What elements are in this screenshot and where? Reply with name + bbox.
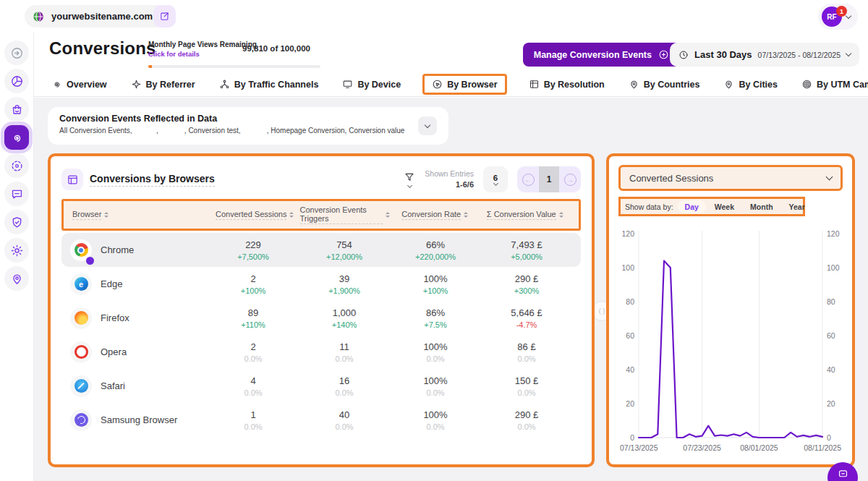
metric-value: 100%	[390, 273, 481, 284]
chevron-down-icon	[425, 122, 430, 127]
metric-delta: 0.0%	[390, 388, 481, 397]
period-week[interactable]: Week	[707, 200, 741, 213]
table-row-edge[interactable]: eEdge2+100%39+1,900%100%+100%290 £+300%	[61, 267, 581, 301]
traffic-icon	[219, 79, 230, 90]
period-month[interactable]: Month	[743, 200, 780, 213]
tab-by-browser[interactable]: By Browser	[422, 74, 506, 95]
metric-delta: 0.0%	[299, 354, 390, 363]
metric-delta: +140%	[299, 320, 390, 329]
metric-delta: 0.0%	[208, 422, 299, 431]
recordings-icon	[10, 159, 24, 173]
sidebar-item-shield[interactable]	[4, 210, 29, 234]
column-header[interactable]: Browser	[72, 210, 210, 220]
topbar: yourwebsitename.com RF 1	[0, 0, 868, 33]
svg-text:80: 80	[626, 297, 634, 306]
quota-details-link[interactable]: Click for details	[148, 50, 257, 58]
conversion-events-banner: Conversion Events Reflected in Data All …	[48, 107, 448, 145]
sidebar	[0, 33, 34, 481]
page-title: Conversions	[49, 38, 156, 59]
sidebar-item-feedback[interactable]	[4, 182, 29, 206]
tab-by-resolution[interactable]: By Resolution	[527, 74, 607, 95]
svg-text:40: 40	[626, 365, 634, 374]
account-menu[interactable]: RF 1	[818, 4, 858, 30]
table-row-firefox[interactable]: Firefox89+110%1,000+140%86%+7.5%5,646 £-…	[61, 301, 581, 335]
metric-value: 16	[299, 375, 390, 386]
metric-delta: +220,000%	[390, 252, 481, 261]
metric-delta: 0.0%	[208, 388, 299, 397]
sidebar-item-settings[interactable]	[4, 238, 29, 263]
tab-by-referrer[interactable]: By Referrer	[129, 74, 197, 95]
tab-by-utm-campaign[interactable]: By UTM Campaign	[799, 74, 868, 95]
report-tabs: OverviewBy ReferrerBy Traffic ChannelsBy…	[34, 72, 868, 97]
svg-text:08/01/2025: 08/01/2025	[740, 443, 778, 452]
edge-icon: e	[70, 273, 92, 295]
shown-entries-label: Shown Entries	[425, 169, 474, 179]
column-header[interactable]: Conversion Rate	[390, 210, 480, 220]
filter-button[interactable]	[404, 171, 415, 187]
column-header[interactable]: Conversion Events Triggers	[300, 205, 391, 224]
table-title: Conversions by Browsers	[90, 173, 215, 187]
svg-text:0: 0	[827, 433, 831, 442]
period-year[interactable]: Year	[782, 200, 812, 213]
metric-value: 229	[208, 239, 299, 250]
manage-button-label: Manage Conversion Events	[534, 50, 652, 60]
page-size-selector[interactable]: 6	[483, 166, 508, 192]
chrome-icon	[70, 239, 92, 261]
browser-name: Chrome	[101, 244, 134, 255]
sort-icon	[464, 212, 468, 218]
sidebar-item-conversions[interactable]	[4, 125, 29, 150]
metric-value: 150 £	[481, 375, 572, 386]
next-page-button[interactable]: →	[559, 166, 581, 192]
column-header[interactable]: Σ Conversion Value	[480, 210, 571, 220]
manage-conversion-events-button[interactable]: Manage Conversion Events	[523, 43, 680, 67]
tab-by-device[interactable]: By Device	[340, 74, 403, 95]
quota-label: Monthly Page Views Remaining	[148, 41, 257, 48]
metric-delta: +100%	[390, 286, 481, 295]
converted-sessions-chart: 00202040406060808010010012012007/13/2025…	[618, 221, 843, 464]
banner-expand-button[interactable]	[418, 116, 437, 135]
tab-by-traffic-channels[interactable]: By Traffic Channels	[217, 74, 321, 95]
table-row-opera[interactable]: Opera20.0%110.0%100%0.0%86 £0.0%	[61, 335, 581, 369]
browser-icon	[432, 79, 443, 90]
sort-icon	[559, 212, 563, 218]
sidebar-item-recordings[interactable]	[4, 153, 29, 178]
sidebar-item-orders[interactable]	[4, 97, 29, 122]
sidebar-item-location[interactable]	[4, 266, 29, 291]
table-row-safari[interactable]: Safari40.0%160.0%100%0.0%150 £0.0%	[61, 369, 581, 403]
metric-delta: +100%	[208, 286, 299, 295]
tab-label: By Referrer	[146, 80, 195, 90]
date-range-selector[interactable]: Last 30 Days 07/13/2025 - 08/12/2025	[670, 43, 859, 67]
svg-text:60: 60	[827, 331, 835, 340]
period-day[interactable]: Day	[678, 200, 706, 213]
browser-name: Samsung Browser	[101, 414, 177, 425]
samsung-browser-icon	[70, 409, 92, 431]
open-site-button[interactable]	[153, 5, 176, 27]
metric-delta: +7,500%	[208, 252, 299, 261]
table-row-samsung-browser[interactable]: Samsung Browser10.0%400.0%100%0.0%290 £0…	[61, 403, 581, 437]
metric-value: 86%	[390, 307, 481, 318]
metric-delta: 0.0%	[481, 388, 572, 397]
cities-icon	[723, 79, 734, 90]
metric-dropdown[interactable]: Converted Sessions	[618, 165, 843, 191]
sidebar-item-analytics[interactable]	[4, 69, 29, 93]
location-icon	[10, 272, 24, 286]
table-row-chrome[interactable]: Chrome229+7,500%754+12,000%66%+220,000%7…	[61, 233, 581, 267]
svg-text:120: 120	[827, 229, 840, 238]
external-link-icon	[159, 11, 170, 22]
tab-by-countries[interactable]: By Countries	[626, 74, 702, 95]
tab-by-cities[interactable]: By Cities	[721, 74, 780, 95]
countries-icon	[629, 79, 639, 90]
shown-entries: Shown Entries 1-6/6	[425, 169, 474, 190]
browser-name: Firefox	[101, 312, 129, 323]
column-header[interactable]: Converted Sessions	[210, 210, 300, 220]
banner-title: Conversion Events Reflected in Data	[59, 114, 437, 124]
collapse-icon	[10, 46, 24, 60]
metric-delta: +110%	[208, 320, 299, 329]
metric-value: 89	[208, 307, 299, 318]
prev-page-button[interactable]: ←	[517, 166, 539, 192]
pagination: ← 1 →	[517, 166, 581, 192]
sidebar-item-collapse[interactable]	[4, 41, 29, 65]
tab-overview[interactable]: Overview	[49, 74, 109, 95]
metric-value: 4	[208, 375, 299, 386]
domain-selector[interactable]: yourwebsitename.com	[25, 5, 174, 27]
